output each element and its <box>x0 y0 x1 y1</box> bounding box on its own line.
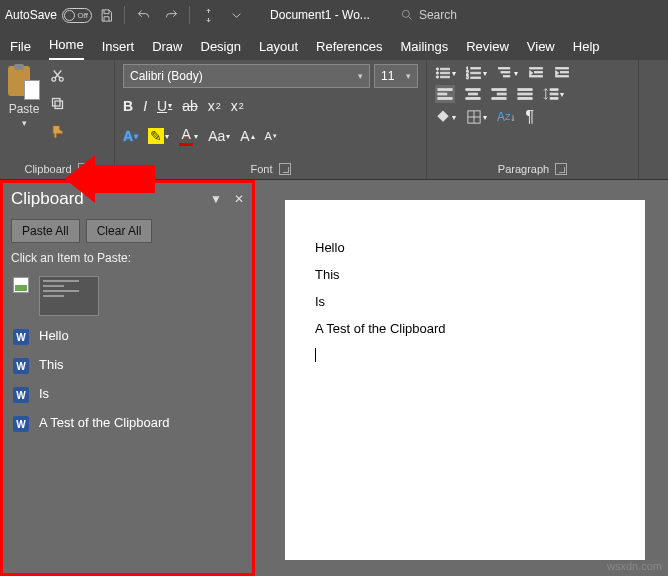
clear-all-button[interactable]: Clear All <box>86 219 153 243</box>
tab-view[interactable]: View <box>527 39 555 60</box>
clipboard-item[interactable]: W This <box>5 354 250 377</box>
bold-button[interactable]: B <box>123 98 133 114</box>
font-color-button[interactable]: A▾ <box>179 126 198 146</box>
touch-mode-icon[interactable] <box>194 1 222 29</box>
tab-help[interactable]: Help <box>573 39 600 60</box>
tab-review[interactable]: Review <box>466 39 509 60</box>
multilevel-list-button[interactable]: ▾ <box>497 66 518 80</box>
paste-all-button[interactable]: Paste All <box>11 219 80 243</box>
watermark: wsxdn.com <box>607 560 662 572</box>
search-box[interactable]: Search <box>400 8 457 22</box>
clipboard-item[interactable] <box>5 273 250 319</box>
svg-rect-8 <box>441 72 450 74</box>
tab-mailings[interactable]: Mailings <box>401 39 449 60</box>
bullets-button[interactable]: ▾ <box>435 66 456 80</box>
subscript-button[interactable]: x2 <box>208 98 221 114</box>
sort-button[interactable]: AZ↓ <box>497 110 516 124</box>
group-paragraph-label: Paragraph <box>498 163 549 175</box>
highlight-button[interactable]: ✎▾ <box>148 128 169 144</box>
tab-design[interactable]: Design <box>201 39 241 60</box>
autosave-toggle[interactable]: AutoSave Off <box>5 8 92 23</box>
autosave-label: AutoSave <box>5 8 57 22</box>
clipboard-item-text: Hello <box>39 328 69 343</box>
italic-button[interactable]: I <box>143 98 147 114</box>
tab-draw[interactable]: Draw <box>152 39 182 60</box>
document-area[interactable]: Hello This Is A Test of the Clipboard <box>255 180 668 576</box>
paragraph-launcher-icon[interactable] <box>555 163 567 175</box>
svg-rect-24 <box>560 71 568 73</box>
clipboard-item[interactable]: W Is <box>5 383 250 406</box>
svg-rect-38 <box>550 89 558 91</box>
svg-rect-26 <box>438 89 452 91</box>
shrink-font-button[interactable]: A▾ <box>265 130 277 142</box>
decrease-indent-button[interactable] <box>528 66 544 80</box>
pane-close-icon[interactable]: ✕ <box>234 192 244 206</box>
superscript-button[interactable]: x2 <box>231 98 244 114</box>
svg-rect-39 <box>550 93 558 95</box>
numbering-button[interactable]: 123▾ <box>466 66 487 80</box>
clipboard-item-text: This <box>39 357 64 372</box>
toggle-off-icon: Off <box>62 8 92 23</box>
tab-insert[interactable]: Insert <box>102 39 135 60</box>
show-marks-button[interactable]: ¶ <box>526 108 535 126</box>
group-font: Calibri (Body)▾ 11▾ B I U▾ ab x2 x2 A▾ ✎… <box>115 60 427 179</box>
qat-more-icon[interactable] <box>222 1 250 29</box>
svg-rect-31 <box>466 98 480 100</box>
cut-button[interactable] <box>46 64 68 86</box>
text-effects-button[interactable]: A▾ <box>123 128 138 144</box>
align-left-button[interactable] <box>435 85 455 103</box>
text-cursor <box>315 348 615 365</box>
svg-rect-28 <box>438 98 452 100</box>
align-right-button[interactable] <box>491 87 507 101</box>
clipboard-thumbnail <box>39 276 99 316</box>
search-icon <box>400 8 414 22</box>
pane-options-icon[interactable]: ▼ <box>210 192 222 206</box>
picture-icon <box>13 277 29 293</box>
svg-rect-40 <box>550 98 558 100</box>
svg-rect-33 <box>497 93 506 95</box>
font-launcher-icon[interactable] <box>279 163 291 175</box>
svg-point-5 <box>436 68 438 70</box>
redo-icon[interactable] <box>157 1 185 29</box>
clipboard-item[interactable]: W A Test of the Clipboard <box>5 412 250 435</box>
svg-rect-18 <box>501 71 510 73</box>
tab-layout[interactable]: Layout <box>259 39 298 60</box>
change-case-button[interactable]: Aa▾ <box>208 128 230 144</box>
word-icon: W <box>13 358 29 374</box>
font-size-combo[interactable]: 11▾ <box>374 64 418 88</box>
ribbon: Paste ▾ Clipboard Calibri (Body)▾ 11▾ B … <box>0 60 668 180</box>
document-page[interactable]: Hello This Is A Test of the Clipboard <box>285 200 645 560</box>
svg-rect-27 <box>438 93 447 95</box>
document-line: Is <box>315 294 615 309</box>
svg-rect-34 <box>492 98 506 100</box>
tab-references[interactable]: References <box>316 39 382 60</box>
justify-button[interactable] <box>517 87 533 101</box>
underline-button[interactable]: U▾ <box>157 98 172 114</box>
strikethrough-button[interactable]: ab <box>182 98 198 114</box>
document-line: A Test of the Clipboard <box>315 321 615 336</box>
clipboard-item[interactable]: W Hello <box>5 325 250 348</box>
align-center-button[interactable] <box>465 87 481 101</box>
shading-button[interactable]: ▾ <box>435 110 456 124</box>
paste-button[interactable]: Paste ▾ <box>8 64 40 128</box>
svg-rect-35 <box>518 89 532 91</box>
save-icon[interactable] <box>92 1 120 29</box>
borders-button[interactable]: ▾ <box>466 110 487 124</box>
group-font-label: Font <box>250 163 272 175</box>
svg-rect-19 <box>503 75 509 77</box>
increase-indent-button[interactable] <box>554 66 570 80</box>
clipboard-hint: Click an Item to Paste: <box>3 247 252 269</box>
tab-home[interactable]: Home <box>49 37 84 60</box>
svg-rect-37 <box>518 98 532 100</box>
line-spacing-button[interactable]: ▾ <box>543 87 564 101</box>
svg-rect-25 <box>556 75 569 77</box>
format-painter-button[interactable] <box>46 120 68 142</box>
tab-file[interactable]: File <box>10 39 31 60</box>
font-name-combo[interactable]: Calibri (Body)▾ <box>123 64 370 88</box>
grow-font-button[interactable]: A▴ <box>240 128 254 144</box>
svg-rect-30 <box>469 93 478 95</box>
copy-button[interactable] <box>46 92 68 114</box>
undo-icon[interactable] <box>129 1 157 29</box>
clipboard-item-text: Is <box>39 386 49 401</box>
clipboard-item-text: A Test of the Clipboard <box>39 415 170 430</box>
